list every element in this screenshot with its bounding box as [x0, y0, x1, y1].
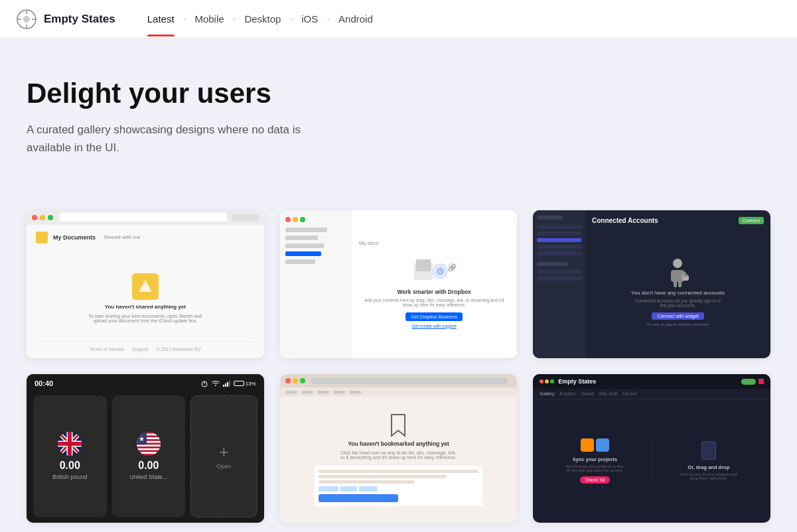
- preview-btn: [319, 494, 399, 502]
- dot-red-2: [285, 217, 291, 222]
- svg-rect-8: [416, 259, 431, 271]
- emptystates-controls: [741, 379, 764, 385]
- emptystates-dots: [540, 379, 554, 383]
- card-mobile-currency[interactable]: 00:40: [27, 374, 264, 523]
- nav-item-mobile[interactable]: Mobile: [189, 1, 229, 36]
- emptystates-drag-sub: Pick up any of your projects and drop th…: [679, 472, 739, 480]
- currency-tiles: 0.00 British pound: [27, 390, 264, 523]
- dropbox-empty-title: Work smarter with Dropbox: [397, 289, 471, 295]
- sketch-titlebar: [27, 210, 264, 225]
- dropbox-sidebar-item-2: [285, 235, 319, 240]
- hero-subtext: A curated gallery showcasing designs whe…: [27, 121, 345, 157]
- currency-tile-uk[interactable]: 0.00 British pound: [33, 395, 107, 517]
- us-name: United State...: [129, 474, 167, 480]
- dropbox-sidebar-item-3: [285, 243, 325, 248]
- emptystates-nav-ello: Ello stuff: [599, 391, 617, 396]
- bookmark-toolbar-item-2: [301, 391, 313, 394]
- dot-green-4: [550, 379, 554, 383]
- card-sketch-cloud[interactable]: My Documents Shared with me You haven't …: [27, 210, 264, 359]
- sketch-footer-terms: Terms of Service: [90, 347, 124, 352]
- preview-tag-3: [359, 486, 378, 492]
- dot-yellow-3: [293, 378, 298, 383]
- svg-point-13: [673, 259, 682, 268]
- connected-link: Or use an app to connect accounts: [647, 322, 709, 326]
- dot-green: [48, 215, 53, 220]
- sketch-brand: My Documents: [53, 234, 96, 241]
- svg-rect-29: [137, 432, 161, 434]
- sketch-footer-copy: © 2017 Bohemian BV: [156, 347, 200, 352]
- svg-rect-36: [137, 445, 161, 447]
- connected-sidebar-item-active: [537, 238, 581, 242]
- emptystates-icon-blue: [596, 438, 609, 452]
- connected-empty-sub: Connected accounts let you quickly sign …: [631, 299, 724, 308]
- nav-item-ios[interactable]: iOS: [296, 1, 323, 36]
- connected-sidebar-item-3: [537, 245, 581, 249]
- logo-icon: [16, 9, 37, 30]
- signal-icon: [223, 380, 231, 387]
- svg-text:⚙: ⚙: [436, 266, 445, 277]
- emptystates-sync-cta[interactable]: Shlomi Tal: [580, 476, 611, 484]
- dropbox-illustration: ⚙ 🔗: [411, 253, 457, 286]
- dot-yellow-4: [545, 379, 549, 383]
- svg-rect-15: [674, 281, 677, 287]
- dot-green-3: [300, 378, 305, 383]
- svg-rect-39: [137, 450, 161, 452]
- emptystates-topbar: Empty States: [533, 374, 770, 389]
- card-connected-accounts[interactable]: Connected Accounts Connect: [533, 210, 770, 359]
- dropbox-cta[interactable]: Get Dropbox Business: [405, 312, 463, 321]
- emptystates-toggle: [741, 379, 756, 385]
- sketch-empty-icon: [132, 273, 159, 300]
- emptystates-nav-saved: Saved: [581, 391, 594, 396]
- dropbox-sidebar-items: [285, 228, 345, 264]
- dropbox-secondary-link[interactable]: Get create with support: [412, 324, 457, 328]
- connected-sidebar-item-1: [537, 225, 581, 229]
- gallery: My Documents Shared with me You haven't …: [0, 190, 797, 532]
- bookmark-toolbar: [280, 387, 518, 397]
- nav-dot-1: •: [184, 16, 186, 22]
- dropbox-sidebar-item-1: [285, 228, 327, 232]
- svg-rect-38: [137, 448, 161, 450]
- dot-yellow-2: [293, 217, 298, 222]
- bookmark-icon: [389, 413, 407, 437]
- currency-tile-us[interactable]: ★ 0.00 United State...: [112, 395, 186, 517]
- svg-rect-23: [223, 385, 224, 387]
- connected-sidebar-section2: [537, 262, 568, 266]
- sketch-url-bar: [60, 213, 227, 222]
- bookmark-titlebar: [280, 374, 518, 387]
- emptystates-section-sync: Sync your projects Synchronise your proj…: [538, 438, 651, 484]
- nav-item-android[interactable]: Android: [333, 1, 378, 36]
- connected-sidebar-item-2: [537, 232, 581, 235]
- emptystates-sync-sub: Synchronise your projects to this, so th…: [565, 464, 624, 472]
- connected-btn[interactable]: Connect: [739, 217, 764, 224]
- emptystates-drop-icon: [701, 441, 716, 460]
- sketch-action-btns: [232, 214, 259, 221]
- logo-area: Empty States: [16, 9, 115, 30]
- emptystates-body: Sync your projects Synchronise your proj…: [533, 399, 770, 523]
- sketch-logo: [36, 232, 48, 243]
- us-amount: 0.00: [138, 460, 159, 472]
- site-title: Empty States: [44, 13, 115, 26]
- nav-item-latest[interactable]: Latest: [142, 1, 180, 36]
- uk-amount: 0.00: [60, 460, 80, 472]
- uk-flag: [58, 432, 82, 456]
- connected-cta[interactable]: Connect with widget: [652, 312, 704, 320]
- dropbox-titlebar: [285, 217, 345, 222]
- nav-item-desktop[interactable]: Desktop: [239, 1, 286, 36]
- preview-tag-2: [340, 486, 357, 492]
- add-label: Open: [216, 463, 231, 470]
- card-dropbox[interactable]: My docs ⚙ 🔗 Work smarter with Dropbox Ad…: [280, 210, 518, 359]
- connected-person-illustration: [666, 257, 689, 287]
- dot-red-4: [540, 379, 543, 383]
- connected-title: Connected Accounts: [592, 217, 658, 224]
- hero-section: Delight your users A curated gallery sho…: [0, 38, 797, 190]
- card-empty-states-dark[interactable]: Empty States Gallery Explore Saved Ello …: [533, 374, 770, 523]
- add-plus-icon: +: [219, 443, 229, 460]
- currency-tile-add[interactable]: + Open: [190, 395, 257, 517]
- dropbox-sidebar-item-active: [285, 251, 321, 256]
- dropbox-sidebar-item-4: [285, 259, 315, 264]
- card-bookmark[interactable]: You haven't bookmarked anything yet Clic…: [280, 374, 518, 523]
- connected-empty-title: You don't have any connected accounts: [631, 290, 725, 296]
- dot-green-2: [300, 217, 305, 222]
- svg-text:★: ★: [139, 435, 145, 442]
- bookmark-toolbar-item-5: [349, 391, 361, 394]
